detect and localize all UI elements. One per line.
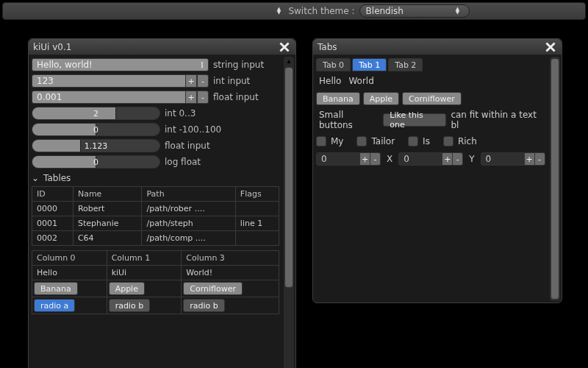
slider-label: log float [165, 157, 201, 167]
table-row: 0002C64/path/comp .... [32, 231, 279, 246]
table-row: 0001Stephanie/path/stephline 1 [32, 216, 279, 231]
window-tabs: Tabs Tab 0 Tab 1 Tab 2 Hello World Banan… [312, 38, 562, 303]
tag-button[interactable]: Banana [34, 282, 78, 295]
table-header-row: Column 0 Column 1 Column 3 [32, 251, 279, 266]
checkbox-icon [408, 136, 418, 146]
theme-select[interactable]: Blendish ▲▼ [359, 4, 470, 18]
close-icon[interactable] [544, 40, 557, 54]
inline-button[interactable]: Like this one [383, 113, 446, 127]
top-toolbar: ▲▼ Switch theme : Blendish ▲▼ [2, 2, 586, 20]
chevron-updown-icon: ▲▼ [453, 7, 463, 15]
int-input-label: int input [213, 76, 279, 86]
tag-button[interactable]: Corniflower [402, 92, 462, 105]
y-stepper[interactable]: 0+- [398, 152, 463, 166]
world-text: World [348, 76, 373, 86]
col-id[interactable]: ID [32, 187, 74, 202]
table-1: ID Name Path Flags 0000Robert/path/rober… [32, 186, 279, 246]
z-stepper[interactable]: 0+- [481, 152, 545, 166]
col-flags[interactable]: Flags [235, 187, 279, 202]
window-title: kiUi v0.1 [33, 42, 278, 52]
tree-header[interactable]: ⌄ Tables [32, 173, 279, 183]
checkbox-rich[interactable]: Rich [443, 136, 477, 146]
theme-value: Blendish [366, 6, 453, 16]
x-stepper[interactable]: 0+- [316, 152, 381, 166]
minus-button[interactable]: - [197, 91, 209, 104]
close-icon[interactable] [278, 40, 291, 54]
col-name[interactable]: Name [73, 187, 142, 202]
slider-float[interactable]: 1.123 [32, 139, 160, 152]
slider-int[interactable]: 2 [32, 107, 160, 120]
minus-button[interactable]: - [197, 74, 209, 88]
inline-text: Small buttons [319, 110, 379, 130]
updown-icon[interactable]: ▲▼ [273, 7, 284, 15]
tag-button[interactable]: Corniflower [183, 282, 243, 295]
chevron-down-icon: ⌄ [32, 173, 39, 183]
axis-y-label: Y [469, 154, 474, 164]
table-2: Column 0 Column 1 Column 3 Hello kiUi Wo… [32, 250, 279, 314]
slider-label: int -100..100 [165, 124, 221, 135]
radio-button[interactable]: radio a [34, 299, 75, 312]
checkbox-my[interactable]: My [316, 136, 343, 146]
tag-button[interactable]: Banana [316, 92, 360, 105]
checkbox-tailor[interactable]: Tailor [356, 136, 395, 146]
tag-button[interactable]: Apple [109, 282, 145, 295]
plus-button[interactable]: + [185, 74, 197, 88]
table-row: radio a radio b radio b [32, 297, 279, 314]
radio-button[interactable]: radio b [183, 299, 225, 312]
tab-1[interactable]: Tab 1 [352, 58, 387, 71]
plus-button: + [442, 152, 453, 166]
radio-button[interactable]: radio b [109, 299, 151, 312]
hello-text: Hello [319, 76, 341, 86]
table-row: Hello kiUi World! [32, 266, 279, 280]
scrollbar[interactable]: ▴ ▾ [284, 57, 294, 368]
plus-button: + [360, 152, 370, 166]
int-stepper[interactable]: 123 + - [32, 74, 209, 88]
inline-text: can fit within a text bl [451, 110, 545, 130]
minus-button: - [370, 152, 381, 166]
float-stepper[interactable]: 0.001 + - [32, 91, 209, 104]
tabstrip: Tab 0 Tab 1 Tab 2 [316, 58, 545, 71]
table-row: Banana Apple Corniflower [32, 280, 279, 297]
slider-label: float input [165, 141, 210, 151]
checkbox-icon [443, 136, 453, 146]
checkbox-is[interactable]: Is [408, 136, 430, 146]
slider-label: int 0..3 [165, 108, 196, 118]
checkbox-icon [316, 136, 326, 146]
minus-button: - [535, 152, 545, 166]
table-row: 0000Robert/path/rober .... [32, 202, 279, 216]
axis-x-label: X [387, 154, 392, 164]
col-path[interactable]: Path [142, 187, 235, 202]
slider-range[interactable]: 0 [32, 123, 160, 136]
checkbox-icon [356, 136, 367, 146]
minus-button: - [453, 152, 463, 166]
text-cursor-icon: I [201, 60, 204, 71]
window-title: Tabs [318, 42, 544, 52]
theme-label: Switch theme : [288, 6, 354, 16]
tab-0[interactable]: Tab 0 [316, 58, 351, 71]
float-input-label: float input [213, 92, 279, 102]
scrollbar[interactable] [550, 57, 560, 301]
table-header-row: ID Name Path Flags [32, 187, 279, 202]
scroll-up-icon[interactable]: ▴ [284, 57, 294, 65]
string-input-label: string input [213, 60, 279, 70]
tab-2[interactable]: Tab 2 [388, 58, 423, 71]
plus-button[interactable]: + [185, 91, 197, 104]
string-input[interactable]: Hello, world!I [32, 58, 209, 71]
window-kiui: kiUi v0.1 Hello, world!I string input 12… [28, 38, 296, 368]
tag-button[interactable]: Apple [363, 92, 399, 105]
slider-log[interactable]: 0 [32, 155, 160, 169]
plus-button: + [525, 152, 535, 166]
